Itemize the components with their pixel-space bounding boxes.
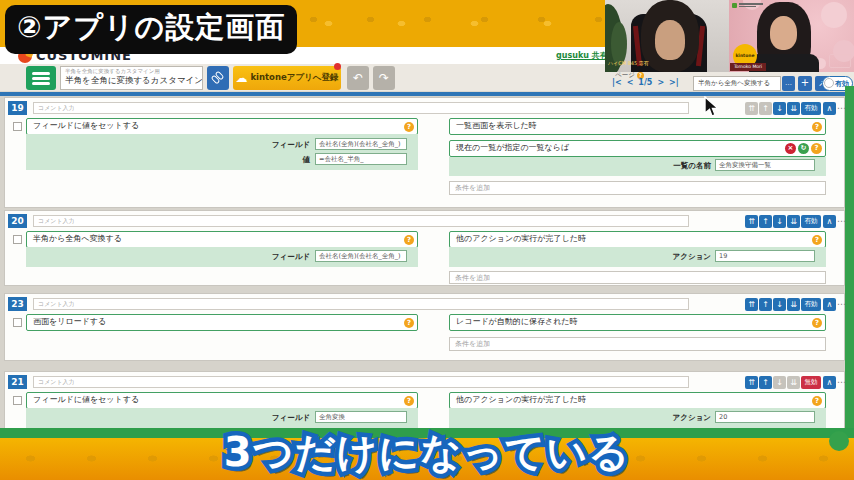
event-title-box[interactable]: 一覧画面を表示した時 ? <box>449 118 826 135</box>
action-params-panel: フィールド 会社名(全角)(会社名_全角_) <box>26 247 418 267</box>
enabled-state-button[interactable]: 有効 <box>801 215 821 228</box>
action-title-box[interactable]: 画面をリロードする ? <box>26 314 418 331</box>
move-up-button[interactable]: ↑ <box>759 102 772 115</box>
kintone-cert-logo <box>732 2 763 8</box>
add-condition-box[interactable]: 条件を追加 <box>449 337 826 351</box>
speaker-face <box>770 16 797 50</box>
customization-select-label: 半角を全角に変換するカスタマイン用 <box>65 68 198 75</box>
event-title-box[interactable]: レコードが自動的に保存された時 ? <box>449 314 826 331</box>
enabled-state-button[interactable]: 有効 <box>801 102 821 115</box>
action-ref-input[interactable]: 20 <box>715 411 815 423</box>
help-icon[interactable]: ? <box>404 122 414 132</box>
comment-input[interactable]: コメント入力 <box>33 376 689 388</box>
screen: ②アプリの設定画面 CUSTOMINE gusuku 共有 半角を全角に変換する… <box>0 0 854 480</box>
select-checkbox[interactable] <box>13 318 22 327</box>
add-condition-box[interactable]: 条件を追加 <box>449 271 826 284</box>
select-checkbox[interactable] <box>13 396 22 405</box>
menu-button[interactable] <box>26 66 56 90</box>
condition-box[interactable]: 現在の一覧が指定の一覧ならば × ↻ ? <box>449 140 826 157</box>
select-checkbox[interactable] <box>13 235 22 244</box>
field-input[interactable]: 会社名(全角)(会社名_全角_) <box>315 138 407 150</box>
comment-input[interactable]: コメント入力 <box>33 102 689 114</box>
field-input[interactable]: 全角変換 <box>315 411 407 423</box>
action-title-box[interactable]: 半角から全角へ変換する ? <box>26 231 418 248</box>
action-number-badge: 23 <box>8 297 27 311</box>
help-icon[interactable]: ? <box>404 235 414 245</box>
prev-page-button[interactable]: < <box>627 78 634 87</box>
condition-params-panel: 一覧の名前 全角変換守備一覧 <box>449 157 826 176</box>
move-top-button[interactable]: ⇈ <box>745 298 758 311</box>
page-action-select[interactable]: 半角から全角へ変換する <box>693 76 781 91</box>
value-label: 値 <box>226 155 310 165</box>
customization-select-value: 半角を全角に変換するカスタマイン用 の… <box>65 75 198 87</box>
action-title-box[interactable]: フィールドに値をセットする ? <box>26 392 418 409</box>
help-icon[interactable]: ? <box>812 318 822 328</box>
content-top-strip <box>0 92 854 96</box>
field-input[interactable]: 会社名(全角)(会社名_全角_) <box>315 250 407 262</box>
comment-input[interactable]: コメント入力 <box>33 298 689 310</box>
move-bottom-button[interactable]: ⇊ <box>787 102 800 115</box>
enabled-state-button[interactable]: 有効 <box>801 298 821 311</box>
action-title-box[interactable]: フィールドに値をセットする ? <box>26 118 418 135</box>
move-top-button[interactable]: ⇈ <box>745 102 758 115</box>
page-more-button[interactable]: … <box>782 76 795 91</box>
value-input[interactable]: =会社名_半角_ <box>315 153 407 165</box>
move-up-button[interactable]: ↑ <box>759 376 772 389</box>
help-icon[interactable]: ? <box>404 396 414 406</box>
move-bottom-button[interactable]: ⇊ <box>787 298 800 311</box>
move-up-button[interactable]: ↑ <box>759 215 772 228</box>
undo-button[interactable]: ↶ <box>347 66 369 90</box>
collapse-button[interactable]: ∧ <box>823 102 836 115</box>
collapse-button[interactable]: ∧ <box>823 376 836 389</box>
event-params-panel: アクション 19 <box>449 247 826 267</box>
next-page-button[interactable]: > <box>657 78 664 87</box>
subtitle-caption: 3つだけになっている 3つだけになっている <box>0 426 854 478</box>
enabled-state-button[interactable]: 無効 <box>801 376 821 389</box>
pink-sphere <box>821 2 847 28</box>
help-icon[interactable]: ? <box>812 396 822 406</box>
refresh-condition-icon[interactable]: ↻ <box>798 143 809 154</box>
action-number-badge: 21 <box>8 375 27 389</box>
delete-condition-icon[interactable]: × <box>785 143 796 154</box>
move-top-button[interactable]: ⇈ <box>745 376 758 389</box>
list-name-input[interactable]: 全角変換守備一覧 <box>715 159 815 171</box>
help-icon[interactable]: ? <box>812 122 822 132</box>
first-page-button[interactable]: |< <box>612 78 622 87</box>
link-button[interactable] <box>207 66 229 90</box>
speaker-face <box>655 20 685 60</box>
last-page-button[interactable]: >| <box>669 78 679 87</box>
collapse-button[interactable]: ∧ <box>823 215 836 228</box>
action-card-23: 23 コメント入力 ⇈ ↑ ↓ ⇊ 有効 ∧ ⋯ 画面をリロードする ? レコー… <box>4 293 845 361</box>
move-top-button[interactable]: ⇈ <box>745 215 758 228</box>
register-kintone-button[interactable]: ☁ kintoneアプリへ登録 <box>233 66 341 90</box>
field-label: フィールド <box>226 140 310 150</box>
add-page-button[interactable]: + <box>798 76 812 91</box>
move-bottom-button[interactable]: ⇊ <box>787 376 800 389</box>
move-down-button[interactable]: ↓ <box>773 102 786 115</box>
move-down-button[interactable]: ↓ <box>773 215 786 228</box>
collapse-button[interactable]: ∧ <box>823 298 836 311</box>
move-bottom-button[interactable]: ⇊ <box>787 215 800 228</box>
action-title: 半角から全角へ変換する <box>33 234 122 243</box>
action-ref-input[interactable]: 19 <box>715 250 815 262</box>
help-icon[interactable]: ? <box>812 235 822 245</box>
add-condition-box[interactable]: 条件を追加 <box>449 181 826 195</box>
field-label: フィールド <box>226 252 310 262</box>
move-down-button[interactable]: ↓ <box>773 298 786 311</box>
gusuku-share-link[interactable]: gusuku 共有 <box>556 50 608 61</box>
event-title: レコードが自動的に保存された時 <box>456 317 578 326</box>
comment-input[interactable]: コメント入力 <box>33 215 689 227</box>
move-up-button[interactable]: ↑ <box>759 298 772 311</box>
event-title-box[interactable]: 他のアクションの実行が完了した時 ? <box>449 392 826 409</box>
select-checkbox[interactable] <box>13 122 22 131</box>
action-ref-label: アクション <box>627 252 711 262</box>
help-icon[interactable]: ? <box>811 143 822 154</box>
webcam-left-speaker: ハイCM 845 専有 <box>605 0 729 72</box>
chat-fab-button[interactable] <box>829 431 849 451</box>
help-icon[interactable]: ? <box>404 318 414 328</box>
redo-button[interactable]: ↷ <box>373 66 395 90</box>
toggle-knob <box>824 78 834 88</box>
event-title-box[interactable]: 他のアクションの実行が完了した時 ? <box>449 231 826 248</box>
move-down-button[interactable]: ↓ <box>773 376 786 389</box>
customization-select[interactable]: 半角を全角に変換するカスタマイン用 半角を全角に変換するカスタマイン用 の… <box>60 66 203 90</box>
